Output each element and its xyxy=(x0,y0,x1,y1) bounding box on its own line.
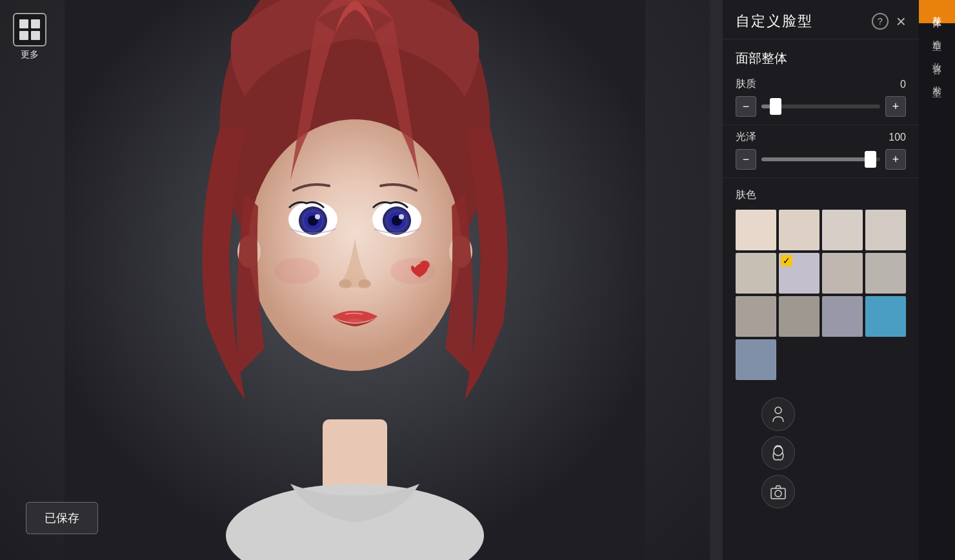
close-button[interactable]: × xyxy=(896,13,906,30)
color-swatch-13 xyxy=(779,339,819,380)
svg-point-7 xyxy=(288,201,337,237)
svg-point-10 xyxy=(304,212,322,230)
svg-point-16 xyxy=(399,214,404,219)
view-controls xyxy=(761,397,795,508)
tab-hairstyle[interactable]: 发型 xyxy=(919,70,955,93)
svg-rect-0 xyxy=(65,0,645,560)
skin-texture-controls: − + xyxy=(736,96,906,117)
header-actions: ? × xyxy=(872,13,906,30)
slider-label-row-2: 光泽 100 xyxy=(736,130,906,144)
tab-makeup[interactable]: 妆容 xyxy=(919,46,955,70)
camera-control-button[interactable] xyxy=(761,475,795,508)
svg-point-25 xyxy=(775,490,781,497)
svg-point-9 xyxy=(299,206,327,235)
svg-rect-2 xyxy=(323,419,387,497)
glossiness-section: 光泽 100 − + xyxy=(723,128,919,175)
right-tab-panel: 整体 造型 妆容 发型 xyxy=(919,0,955,560)
skin-texture-plus[interactable]: + xyxy=(885,96,906,117)
svg-point-20 xyxy=(274,258,319,284)
glossiness-track[interactable] xyxy=(761,157,880,161)
svg-point-8 xyxy=(372,201,421,237)
slider-label-row-1: 肤质 0 xyxy=(736,77,906,91)
color-swatch-11[interactable] xyxy=(865,296,906,337)
panel-content-area: 自定义脸型 ? × 面部整体 肤质 0 − + xyxy=(723,0,919,560)
glossiness-label: 光泽 xyxy=(736,130,756,144)
menu-label: 更多 xyxy=(21,49,39,61)
svg-point-3 xyxy=(226,484,484,560)
tab-overall[interactable]: 整体 xyxy=(919,0,955,23)
panel-header: 自定义脸型 ? × xyxy=(723,0,919,39)
skin-texture-section: 肤质 0 − + xyxy=(723,75,919,122)
glossiness-minus[interactable]: − xyxy=(736,149,756,170)
color-swatch-8[interactable] xyxy=(736,296,776,337)
color-swatch-4[interactable] xyxy=(736,253,776,294)
color-swatch-15 xyxy=(865,339,906,380)
color-swatch-12[interactable] xyxy=(736,339,776,380)
svg-point-12 xyxy=(315,214,320,219)
skin-texture-value: 0 xyxy=(900,79,906,90)
color-swatch-1[interactable] xyxy=(779,210,819,250)
svg-point-5 xyxy=(237,235,261,268)
body-control-button[interactable] xyxy=(761,397,795,431)
svg-point-1 xyxy=(219,0,490,310)
glossiness-controls: − + xyxy=(736,149,906,170)
color-swatch-14 xyxy=(822,339,863,380)
color-swatch-6[interactable] xyxy=(822,253,863,294)
svg-point-19 xyxy=(347,319,363,324)
section-title: 面部整体 xyxy=(723,39,919,75)
help-button[interactable]: ? xyxy=(872,13,889,30)
character-viewport xyxy=(0,0,710,560)
color-swatch-grid xyxy=(736,210,906,380)
skin-color-label: 肤色 xyxy=(736,188,906,202)
color-swatch-3[interactable] xyxy=(865,210,906,250)
customization-panel: 自定义脸型 ? × 面部整体 肤质 0 − + xyxy=(723,0,955,560)
skin-texture-track[interactable] xyxy=(761,105,880,108)
svg-point-14 xyxy=(388,212,406,230)
skin-texture-minus[interactable]: − xyxy=(736,96,756,117)
color-swatch-5[interactable] xyxy=(779,253,819,294)
grid-icon xyxy=(13,13,46,46)
hair-control-button[interactable] xyxy=(761,436,795,470)
glossiness-value: 100 xyxy=(889,132,906,143)
panel-title: 自定义脸型 xyxy=(736,12,813,31)
color-swatch-7[interactable] xyxy=(865,253,906,294)
tab-styling[interactable]: 造型 xyxy=(919,23,955,46)
glossiness-plus[interactable]: + xyxy=(885,149,906,170)
save-button[interactable]: 已保存 xyxy=(26,502,98,534)
color-swatch-9[interactable] xyxy=(779,296,819,337)
svg-point-21 xyxy=(390,258,436,284)
svg-point-18 xyxy=(358,279,371,288)
svg-point-13 xyxy=(383,206,411,235)
svg-point-4 xyxy=(248,119,461,371)
skin-texture-label: 肤质 xyxy=(736,77,756,91)
color-swatch-10[interactable] xyxy=(822,296,863,337)
skin-color-section: 肤色 xyxy=(723,181,919,385)
svg-point-17 xyxy=(339,279,352,288)
color-swatch-0[interactable] xyxy=(736,210,776,250)
color-swatch-2[interactable] xyxy=(822,210,863,250)
menu-button[interactable]: 更多 xyxy=(13,13,46,61)
svg-point-15 xyxy=(392,215,402,226)
svg-point-22 xyxy=(775,407,781,414)
svg-point-11 xyxy=(308,215,318,226)
svg-point-6 xyxy=(449,235,472,268)
